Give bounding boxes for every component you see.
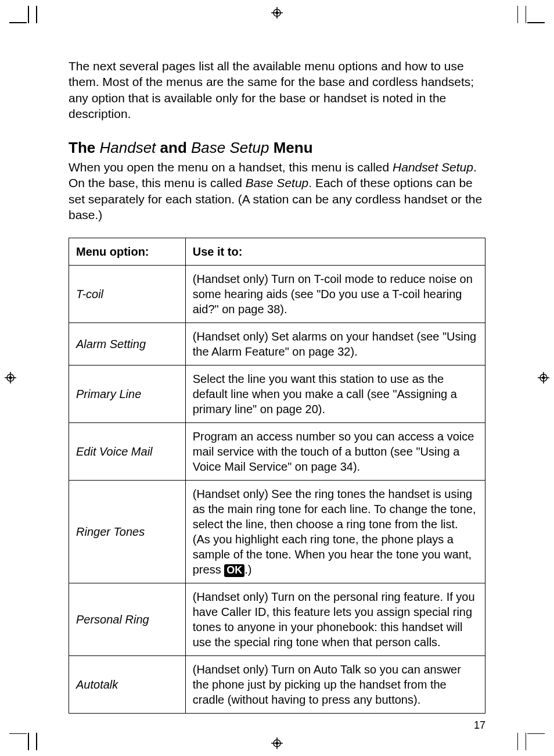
- use-cell-pre: (Handset only) See the ring tones the ha…: [193, 488, 476, 576]
- section-heading: The Handset and Base Setup Menu: [69, 139, 485, 157]
- use-cell: (Handset only) Turn on the personal ring…: [185, 583, 485, 656]
- page-number: 17: [69, 719, 485, 732]
- table-row: Edit Voice Mail Program an access number…: [69, 423, 485, 481]
- use-cell-post: .): [244, 563, 251, 576]
- table-row: Autotalk (Handset only) Turn on Auto Tal…: [69, 656, 485, 714]
- header-use-it-to: Use it to:: [185, 238, 485, 266]
- use-cell: (Handset only) Set alarms on your handse…: [185, 323, 485, 366]
- heading-mid: and: [160, 139, 187, 156]
- table-row: Primary Line Select the line you want th…: [69, 366, 485, 423]
- option-cell: T-coil: [69, 266, 186, 323]
- table-row: Alarm Setting (Handset only) Set alarms …: [69, 323, 485, 366]
- heading-ital2: Base Setup: [191, 139, 269, 156]
- use-cell: (Handset only) Turn on Auto Talk so you …: [185, 656, 485, 714]
- section-description: When you open the menu on a handset, thi…: [69, 159, 485, 223]
- use-cell: Select the line you want this station to…: [185, 366, 485, 423]
- heading-ital1: Handset: [99, 139, 156, 156]
- option-cell: Alarm Setting: [69, 323, 186, 366]
- sub-part1: When you open the menu on a handset, thi…: [69, 160, 393, 174]
- heading-post: Menu: [274, 139, 313, 156]
- option-cell: Autotalk: [69, 656, 186, 714]
- table-row: Ringer Tones (Handset only) See the ring…: [69, 481, 485, 583]
- table-row: Personal Ring (Handset only) Turn on the…: [69, 583, 485, 656]
- option-cell: Edit Voice Mail: [69, 423, 186, 481]
- option-cell: Ringer Tones: [69, 481, 186, 583]
- table-row: T-coil (Handset only) Turn on T-coil mod…: [69, 266, 485, 323]
- intro-paragraph: The next several pages list all the avai…: [69, 58, 485, 121]
- use-cell: (Handset only) See the ring tones the ha…: [185, 481, 485, 583]
- sub-ital2: Base Setup: [246, 176, 309, 189]
- ok-button-badge: OK: [224, 564, 244, 577]
- heading-pre: The: [69, 139, 95, 156]
- use-cell: Program an access number so you can acce…: [185, 423, 485, 481]
- sub-ital1: Handset Setup: [393, 160, 473, 174]
- menu-options-table: Menu option: Use it to: T-coil (Handset …: [69, 238, 485, 714]
- option-cell: Primary Line: [69, 366, 186, 423]
- use-cell: (Handset only) Turn on T-coil mode to re…: [185, 266, 485, 323]
- option-cell: Personal Ring: [69, 583, 186, 656]
- table-header-row: Menu option: Use it to:: [69, 238, 485, 266]
- header-menu-option: Menu option:: [69, 238, 186, 266]
